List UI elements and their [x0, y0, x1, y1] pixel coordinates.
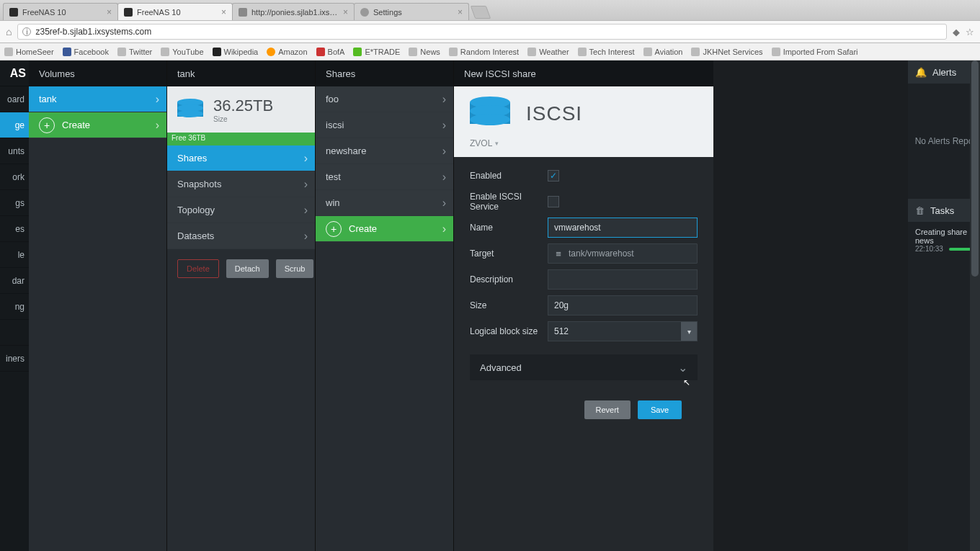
storage-icon: ≡	[548, 248, 569, 259]
browser-tab-3[interactable]: Settings ×	[354, 3, 469, 20]
bookmark-icon	[449, 48, 458, 56]
tank-menu-datasets[interactable]: Datasets ›	[167, 223, 315, 249]
scrub-button[interactable]: Scrub	[276, 259, 314, 278]
chevron-right-icon: ›	[304, 230, 308, 243]
bookmark-icon	[353, 48, 362, 56]
browser-tab-0[interactable]: FreeNAS 10 ×	[3, 3, 118, 20]
advanced-toggle[interactable]: Advanced ⌄ ↖	[470, 354, 698, 380]
nav-console[interactable]: le	[0, 242, 29, 268]
tab-close-icon[interactable]: ×	[107, 7, 112, 17]
tab-favicon	[9, 8, 18, 17]
create-label: Create	[62, 120, 90, 130]
tab-favicon	[124, 8, 133, 17]
bookmark-item[interactable]: Aviation	[643, 48, 683, 56]
share-item-newshare[interactable]: newshare›	[316, 138, 453, 164]
nav-accounts[interactable]: unts	[0, 138, 29, 164]
scrollbar-thumb[interactable]	[971, 61, 979, 277]
nav-services[interactable]: es	[0, 216, 29, 242]
url-input[interactable]: i z35ref-b.sjlab1.ixsystems.com	[17, 24, 947, 40]
form-subtype-dropdown[interactable]: ZVOL ▾	[454, 138, 713, 157]
bookmark-item[interactable]: HomeSeer	[4, 48, 54, 56]
browser-tab-2[interactable]: http://ponies.sjlab1.ixsystems ×	[232, 3, 355, 20]
volume-stats: 36.25TB Size	[167, 86, 315, 133]
extension-icon[interactable]: ◆	[953, 27, 960, 37]
bookmark-item[interactable]: YouTube	[161, 48, 203, 56]
plus-icon: +	[326, 221, 342, 237]
target-input[interactable]: ≡ tank/vmwarehost	[548, 243, 698, 264]
bookmark-item[interactable]: Random Interest	[449, 48, 519, 56]
bookmark-item[interactable]: JKHNet Services	[691, 48, 762, 56]
description-input[interactable]	[548, 269, 698, 290]
bookmark-item[interactable]: E*TRADE	[353, 48, 400, 56]
plus-icon: +	[39, 117, 55, 133]
create-share-button[interactable]: + Create ›	[316, 216, 453, 242]
enable-service-checkbox[interactable]	[548, 196, 559, 207]
share-item-iscsi[interactable]: iscsi›	[316, 112, 453, 138]
alerts-header[interactable]: 🔔 Alerts	[908, 61, 980, 84]
enabled-checkbox[interactable]: ✓	[548, 170, 559, 182]
size-label: Size	[470, 300, 548, 310]
bookmark-item[interactable]: Facebook	[63, 48, 109, 56]
tab-close-icon[interactable]: ×	[458, 7, 463, 17]
tasks-icon: 🗑	[915, 205, 925, 216]
nav-network[interactable]: ork	[0, 164, 29, 190]
volume-item-tank[interactable]: tank ›	[29, 86, 166, 112]
check-icon: ✓	[550, 171, 557, 181]
task-time: 22:10:33	[915, 245, 943, 253]
nav-dashboard[interactable]: oard	[0, 86, 29, 112]
share-form-column: New ISCSI share ISCSI ZVOL ▾ Enabled ✓ E…	[454, 61, 713, 551]
volume-free-label: Free 36TB	[167, 133, 315, 145]
tank-menu-snapshots[interactable]: Snapshots ›	[167, 171, 315, 197]
share-item-test[interactable]: test›	[316, 164, 453, 190]
browser-tab-1[interactable]: FreeNAS 10 ×	[117, 3, 233, 20]
revert-button[interactable]: Revert	[584, 400, 631, 419]
bookmark-item[interactable]: Twitter	[117, 48, 152, 56]
share-item-win[interactable]: win›	[316, 190, 453, 216]
new-tab-button[interactable]	[471, 6, 491, 19]
bookmark-item[interactable]: Tech Interest	[578, 48, 635, 56]
nav-reporting[interactable]: ng	[0, 294, 29, 320]
task-item[interactable]: Creating share news 22:10:33	[915, 228, 973, 253]
tasks-header[interactable]: 🗑 Tasks	[908, 199, 980, 222]
nav-blank[interactable]	[0, 320, 29, 346]
save-button[interactable]: Save	[638, 400, 682, 419]
app-root: AS oard ge unts ork gs es le dar ng iner…	[0, 61, 980, 551]
bookmark-icon	[527, 48, 536, 56]
bookmark-star-icon[interactable]: ☆	[966, 27, 974, 37]
chevron-right-icon: ›	[156, 119, 159, 132]
size-input[interactable]	[548, 295, 698, 315]
home-icon[interactable]: ⌂	[6, 26, 12, 37]
chevron-right-icon: ›	[304, 178, 308, 191]
tab-close-icon[interactable]: ×	[221, 7, 226, 17]
bookmark-item[interactable]: News	[409, 48, 440, 56]
nav-storage[interactable]: ge	[0, 112, 29, 138]
chevron-down-icon: ⌄	[678, 361, 687, 375]
tank-menu-topology[interactable]: Topology ›	[167, 197, 315, 223]
delete-button[interactable]: Delete	[177, 259, 219, 278]
site-info-icon[interactable]: i	[22, 27, 31, 36]
empty-space	[713, 61, 908, 551]
bookmark-item[interactable]: Weather	[527, 48, 569, 56]
app-logo[interactable]: AS	[0, 61, 29, 86]
detach-button[interactable]: Detach	[226, 259, 269, 278]
tab-close-icon[interactable]: ×	[343, 7, 348, 17]
bookmark-icon	[316, 48, 325, 56]
bookmark-icon	[643, 48, 652, 56]
tank-menu-shares[interactable]: Shares ›	[167, 145, 315, 171]
nav-calendar[interactable]: dar	[0, 268, 29, 294]
name-input[interactable]	[548, 218, 698, 238]
share-item-foo[interactable]: foo›	[316, 86, 453, 112]
bookmark-icon	[267, 48, 275, 56]
bookmark-item[interactable]: Wikipedia	[213, 48, 259, 56]
bookmark-item[interactable]: Imported From Safari	[772, 48, 858, 56]
nav-containers[interactable]: iners	[0, 346, 29, 372]
right-panel: 🔔 Alerts No Alerts Repo 🗑 Tasks Creating…	[908, 61, 980, 551]
vertical-scrollbar[interactable]	[970, 61, 980, 551]
bookmark-item[interactable]: Amazon	[267, 48, 307, 56]
nav-settings[interactable]: gs	[0, 190, 29, 216]
chevron-right-icon: ›	[442, 145, 446, 158]
create-volume-button[interactable]: + Create ›	[29, 112, 166, 138]
lbs-select[interactable]: 512 ▾	[548, 321, 698, 341]
bookmark-item[interactable]: BofA	[316, 48, 345, 56]
volume-size-label: Size	[213, 115, 273, 123]
